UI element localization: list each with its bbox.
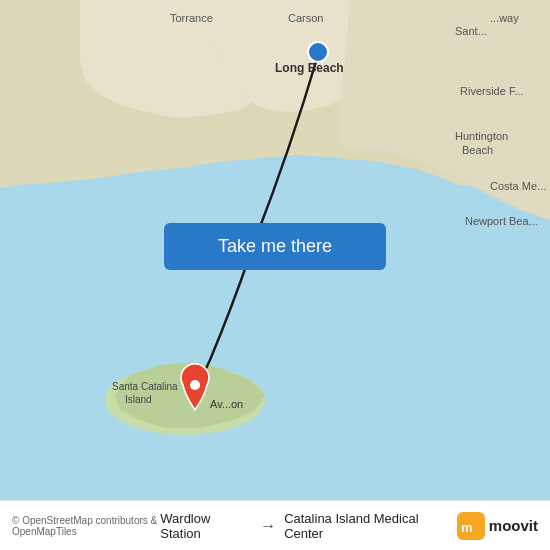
svg-text:Costa Me...: Costa Me...: [490, 180, 546, 192]
moovit-icon: m: [457, 512, 485, 540]
svg-text:Newport Bea...: Newport Bea...: [465, 215, 538, 227]
moovit-text: moovit: [489, 517, 538, 534]
footer-left: © OpenStreetMap contributors & OpenMapTi…: [12, 515, 160, 537]
svg-text:Riverside F...: Riverside F...: [460, 85, 524, 97]
moovit-logo: m moovit: [457, 512, 538, 540]
svg-text:Santa Catalina: Santa Catalina: [112, 381, 178, 392]
svg-text:m: m: [461, 520, 473, 535]
svg-text:Island: Island: [125, 394, 152, 405]
attribution: © OpenStreetMap contributors & OpenMapTi…: [12, 515, 160, 537]
svg-text:Carson: Carson: [288, 12, 323, 24]
destination-label: Catalina Island Medical Center: [284, 511, 457, 541]
map-container: Torrance Carson Long Beach Riverside F..…: [0, 0, 550, 500]
take-me-there-button[interactable]: Take me there: [164, 223, 386, 270]
svg-point-9: [190, 380, 200, 390]
svg-text:Huntington: Huntington: [455, 130, 508, 142]
svg-text:Beach: Beach: [462, 144, 493, 156]
route-info: Wardlow Station → Catalina Island Medica…: [160, 511, 457, 541]
svg-text:Long Beach: Long Beach: [275, 61, 344, 75]
svg-text:Av...on: Av...on: [210, 398, 243, 410]
svg-point-8: [308, 42, 328, 62]
svg-text:Sant...: Sant...: [455, 25, 487, 37]
svg-text:...way: ...way: [490, 12, 519, 24]
footer: © OpenStreetMap contributors & OpenMapTi…: [0, 500, 550, 550]
svg-text:Torrance: Torrance: [170, 12, 213, 24]
origin-label: Wardlow Station: [160, 511, 252, 541]
arrow-icon: →: [260, 517, 276, 535]
